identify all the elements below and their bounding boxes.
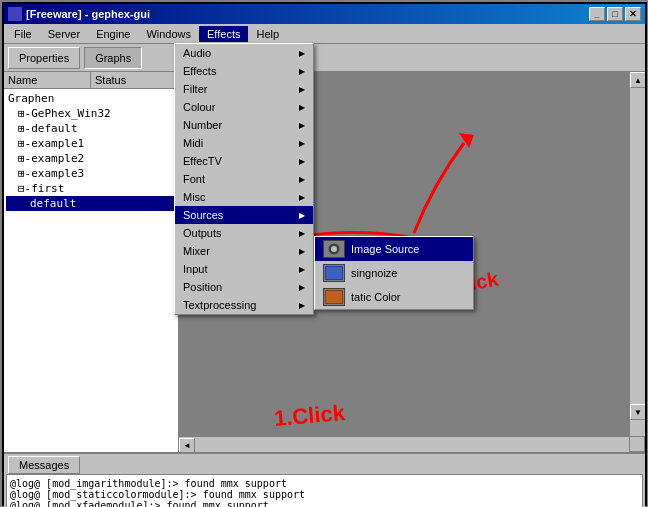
- properties-button[interactable]: Properties: [8, 47, 80, 69]
- graphs-button[interactable]: Graphs: [84, 47, 142, 69]
- panel-header: Name Status: [4, 72, 178, 89]
- tree-default1[interactable]: ⊞-default: [6, 121, 176, 136]
- menu-input[interactable]: Input▶: [175, 260, 313, 278]
- tree-graphen[interactable]: Graphen: [6, 91, 176, 106]
- scrollbar-horizontal[interactable]: ◄: [179, 436, 629, 452]
- submenu-image-source[interactable]: Image Source: [315, 237, 473, 261]
- scroll-up-button[interactable]: ▲: [630, 72, 645, 88]
- title-bar: [Freeware] - gephex-gui _ □ ✕: [4, 4, 645, 24]
- minimize-button[interactable]: _: [589, 7, 605, 21]
- svg-rect-5: [326, 291, 342, 303]
- col-status: Status: [91, 72, 178, 88]
- menu-bar: File Server Engine Windows Effects Help: [4, 24, 645, 44]
- image-source-icon: [323, 240, 345, 258]
- tree-view[interactable]: Graphen ⊞-GePhex_Win32 ⊞-default ⊞-examp…: [4, 89, 178, 452]
- submenu-static-color[interactable]: tatic Color: [315, 285, 473, 309]
- tree-example3[interactable]: ⊞-example3: [6, 166, 176, 181]
- tree-gephex-win32[interactable]: ⊞-GePhex_Win32: [6, 106, 176, 121]
- menu-filter[interactable]: Filter▶: [175, 80, 313, 98]
- menu-effectv[interactable]: EffecTV▶: [175, 152, 313, 170]
- menu-server[interactable]: Server: [40, 26, 88, 42]
- effects-menu[interactable]: Audio▶ Effects▶ Filter▶ Colour▶ Number▶ …: [174, 43, 314, 315]
- tree-example1[interactable]: ⊞-example1: [6, 136, 176, 151]
- menu-windows[interactable]: Windows: [138, 26, 199, 42]
- menu-position[interactable]: Position▶: [175, 278, 313, 296]
- menu-midi[interactable]: Midi▶: [175, 134, 313, 152]
- tree-default-selected[interactable]: default: [6, 196, 176, 211]
- col-name: Name: [4, 72, 91, 88]
- menu-textprocessing[interactable]: Textprocessing▶: [175, 296, 313, 314]
- menu-number[interactable]: Number▶: [175, 116, 313, 134]
- svg-rect-3: [326, 267, 342, 279]
- window-icon: [8, 7, 22, 21]
- messages-tab[interactable]: Messages: [8, 456, 80, 474]
- main-window: [Freeware] - gephex-gui _ □ ✕ File Serve…: [2, 2, 647, 506]
- maximize-button[interactable]: □: [607, 7, 623, 21]
- sources-submenu[interactable]: Image Source singnoize t: [314, 236, 474, 310]
- close-button[interactable]: ✕: [625, 7, 641, 21]
- messages-panel: Messages @log@ [mod_imgarithmodule]:> fo…: [4, 452, 645, 507]
- menu-sources[interactable]: Sources▶: [175, 206, 313, 224]
- log-line-3: @log@ [mod_xfademodule]:> found mmx supp…: [10, 500, 639, 507]
- menu-engine[interactable]: Engine: [88, 26, 138, 42]
- toolbar: Properties Graphs: [4, 44, 645, 72]
- svg-point-1: [331, 246, 337, 252]
- log-line-2: @log@ [mod_staticcolormodule]:> found mm…: [10, 489, 639, 500]
- scrollbar-vertical[interactable]: ▲ ▼: [629, 72, 645, 436]
- menu-audio[interactable]: Audio▶: [175, 44, 313, 62]
- submenu-singnoize[interactable]: singnoize: [315, 261, 473, 285]
- menu-help[interactable]: Help: [248, 26, 287, 42]
- menu-colour[interactable]: Colour▶: [175, 98, 313, 116]
- menu-font[interactable]: Font▶: [175, 170, 313, 188]
- menu-effects-sub[interactable]: Effects▶: [175, 62, 313, 80]
- window-title: [Freeware] - gephex-gui: [26, 8, 150, 20]
- menu-outputs[interactable]: Outputs▶: [175, 224, 313, 242]
- left-panel: Name Status Graphen ⊞-GePhex_Win32 ⊞-def…: [4, 72, 179, 452]
- menu-file[interactable]: File: [6, 26, 40, 42]
- title-bar-buttons: _ □ ✕: [589, 7, 641, 21]
- tree-first[interactable]: ⊟-first: [6, 181, 176, 196]
- scroll-left-button[interactable]: ◄: [179, 438, 195, 453]
- singnoize-icon: [323, 264, 345, 282]
- tree-example2[interactable]: ⊞-example2: [6, 151, 176, 166]
- log-line-1: @log@ [mod_imgarithmodule]:> found mmx s…: [10, 478, 639, 489]
- scroll-down-button[interactable]: ▼: [630, 404, 645, 420]
- static-color-icon: [323, 288, 345, 306]
- menu-mixer[interactable]: Mixer▶: [175, 242, 313, 260]
- scroll-corner: [629, 436, 645, 452]
- menu-effects[interactable]: Effects: [199, 26, 248, 42]
- menu-misc[interactable]: Misc▶: [175, 188, 313, 206]
- messages-content: @log@ [mod_imgarithmodule]:> found mmx s…: [6, 474, 643, 507]
